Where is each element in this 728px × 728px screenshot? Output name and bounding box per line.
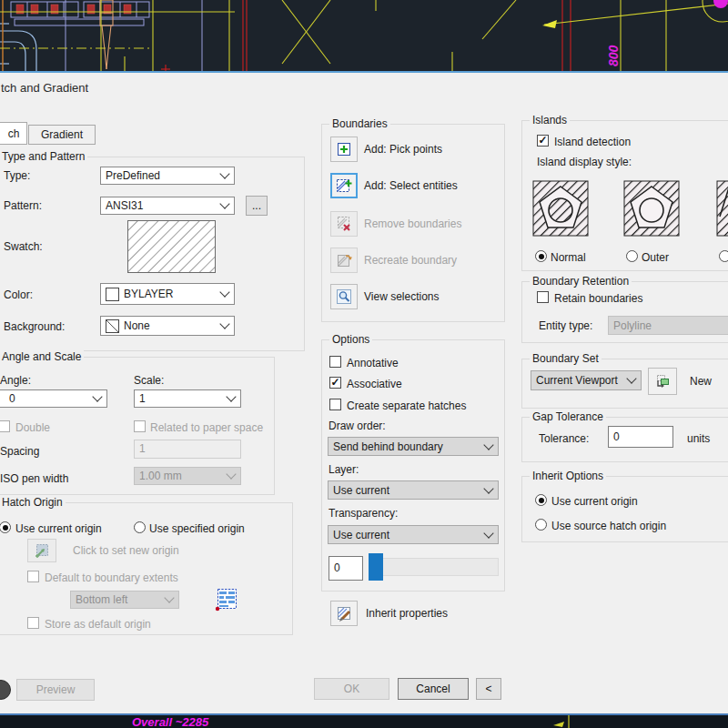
separate-hatches-label: Create separate hatches — [347, 399, 466, 412]
island-detection-checkbox[interactable]: ✓ — [537, 135, 549, 147]
tab-gradient-label: Gradient — [41, 128, 83, 141]
angle-dropdown[interactable]: 0 — [0, 389, 107, 408]
pattern-browse-label: ... — [252, 199, 261, 212]
type-label: Type: — [4, 169, 30, 182]
draw-order-label: Draw order: — [329, 420, 386, 432]
group-boundaries-label: Boundaries — [329, 117, 390, 130]
add-select-entities-button[interactable] — [330, 173, 358, 198]
annotative-label: Annotative — [347, 357, 399, 369]
recreate-boundary-icon — [335, 251, 353, 269]
group-type-and-pattern-label: Type and Pattern — [0, 150, 87, 163]
island-style-normal-image[interactable] — [532, 180, 589, 237]
type-dropdown-value: PreDefined — [106, 169, 216, 182]
recreate-boundary-button — [330, 248, 358, 273]
color-label: Color: — [4, 288, 33, 301]
island-ignore-radio[interactable] — [719, 250, 728, 262]
group-boundary-retention-label: Boundary Retention — [530, 275, 632, 288]
island-style-outer-image[interactable] — [623, 180, 680, 237]
status-cad-fragment — [546, 715, 601, 728]
cancel-button[interactable]: Cancel — [398, 678, 469, 700]
pattern-label: Pattern: — [4, 199, 42, 212]
chevron-down-icon — [483, 440, 493, 450]
background-dropdown-value: None — [124, 319, 216, 332]
boundary-set-dropdown[interactable]: Current Viewport — [531, 370, 642, 390]
click-set-origin-label: Click to set new origin — [73, 544, 179, 557]
iso-pen-width-value: 1.00 mm — [139, 470, 222, 482]
cancel-button-label: Cancel — [416, 682, 450, 695]
angle-dropdown-value: 0 — [9, 392, 88, 405]
scale-dropdown[interactable]: 1 — [134, 389, 241, 408]
screen: 800 tch and Gradient ch Gradient Type an… — [0, 0, 728, 728]
background-none-swatch — [106, 319, 119, 333]
transparency-dropdown[interactable]: Use current — [328, 525, 499, 544]
transparency-slider-handle[interactable] — [369, 553, 383, 581]
associative-checkbox[interactable]: ✓ — [329, 377, 341, 389]
status-overall-dimension: Overall ~2285 — [132, 715, 208, 728]
color-dropdown-value: BYLAYER — [124, 288, 216, 300]
units-label: units — [687, 432, 710, 445]
pattern-browse-button[interactable]: ... — [246, 196, 268, 216]
inherit-use-current-origin-radio[interactable] — [535, 494, 547, 506]
inherit-properties-button[interactable] — [330, 601, 358, 626]
origin-position-value: Bottom left — [76, 593, 160, 606]
use-current-origin-label: Use current origin — [15, 522, 102, 535]
pattern-dropdown[interactable]: ANSI31 — [100, 197, 235, 215]
remove-boundaries-icon — [335, 215, 353, 233]
island-detection-label: Island detection — [554, 136, 631, 148]
entity-type-dropdown: Polyline — [608, 316, 728, 335]
spacing-input: 1 — [134, 440, 241, 459]
double-label: Double — [15, 421, 50, 434]
island-outer-label: Outer — [642, 251, 669, 264]
set-origin-icon — [33, 541, 51, 560]
tab-gradient[interactable]: Gradient — [28, 125, 96, 145]
related-paper-space-label: Related to paper space — [150, 421, 263, 434]
swatch-preview[interactable] — [127, 220, 216, 273]
type-dropdown[interactable]: PreDefined — [100, 167, 235, 185]
ok-button: OK — [314, 678, 389, 700]
status-bar: Overall ~2285 — [0, 713, 728, 728]
island-style-ignore-image[interactable] — [716, 180, 728, 237]
scale-dropdown-value: 1 — [139, 392, 222, 405]
background-dropdown[interactable]: None — [100, 316, 235, 336]
new-boundary-set-icon — [653, 372, 672, 390]
origin-preview-icon — [215, 587, 238, 612]
transparency-amount-input[interactable]: 0 — [329, 556, 363, 581]
layer-dropdown[interactable]: Use current — [328, 480, 499, 500]
transparency-slider-track[interactable] — [369, 558, 499, 576]
chevron-down-icon — [626, 373, 636, 383]
draw-order-dropdown[interactable]: Send behind boundary — [328, 437, 499, 456]
chevron-down-icon — [483, 483, 493, 493]
background-label: Background: — [4, 320, 65, 333]
associative-label: Associative — [347, 378, 402, 390]
island-normal-label: Normal — [551, 251, 586, 264]
tolerance-input[interactable]: 0 — [608, 426, 673, 448]
island-normal-radio[interactable] — [535, 250, 547, 262]
inherit-use-source-origin-radio[interactable] — [535, 519, 547, 531]
separate-hatches-checkbox[interactable] — [329, 399, 341, 410]
use-specified-origin-radio[interactable] — [134, 521, 146, 533]
new-boundary-set-button[interactable] — [648, 368, 677, 395]
chevron-down-icon — [483, 528, 493, 538]
annotative-checkbox[interactable] — [329, 356, 341, 368]
view-selections-button[interactable] — [330, 284, 358, 309]
draw-order-value: Send behind boundary — [333, 440, 480, 453]
scale-label: Scale: — [134, 374, 164, 387]
color-dropdown[interactable]: BYLAYER — [100, 283, 235, 305]
inherit-properties-label: Inherit properties — [366, 607, 448, 620]
preview-button-label: Preview — [36, 683, 76, 696]
collapse-button[interactable]: < — [476, 678, 501, 700]
transparency-value: Use current — [333, 529, 480, 541]
tab-hatch[interactable]: ch — [0, 122, 27, 145]
chevron-down-icon — [219, 168, 229, 178]
island-outer-radio[interactable] — [626, 250, 638, 262]
remove-boundaries-label: Remove boundaries — [364, 217, 461, 230]
color-swatch — [106, 288, 119, 301]
add-pick-points-button[interactable] — [330, 136, 358, 162]
remove-boundaries-button — [330, 211, 358, 237]
retain-boundaries-checkbox[interactable] — [537, 291, 549, 303]
tab-hatch-label: ch — [8, 127, 20, 140]
iso-pen-width-label: ISO pen width — [0, 472, 68, 485]
tolerance-label: Tolerance: — [539, 432, 589, 445]
cad-drawing-viewport[interactable]: 800 — [0, 0, 728, 71]
entity-type-label: Entity type: — [539, 319, 592, 332]
